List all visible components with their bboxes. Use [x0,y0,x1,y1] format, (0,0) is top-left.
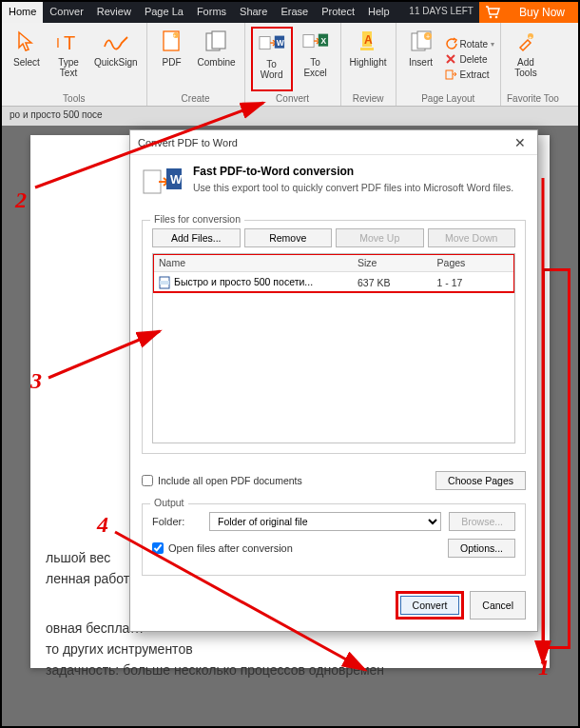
ribbon-group-pagelayout: + Insert Rotate▾ Delete Extract Page Lay… [396,23,501,106]
highlight-icon: A [355,29,381,55]
menu-tab-share[interactable]: Share [233,2,274,23]
ribbon-group-create: + PDF Combine Create [147,23,245,106]
ribbon: Select IT Type Text QuickSign Tools + PD… [2,23,578,107]
annotation-arrow-3 [44,325,167,383]
col-size[interactable]: Size [352,254,432,272]
files-fieldset: Files for conversion Add Files... Remove… [142,220,526,454]
buy-now-button[interactable]: Buy Now [506,2,578,23]
annotation-arrow-4 [110,527,377,679]
move-down-button[interactable]: Move Down [428,228,516,247]
annotation-number-1: 1 [538,655,550,680]
options-button[interactable]: Options... [448,539,515,558]
menu-tab-review[interactable]: Review [90,2,138,23]
annotation-number-3: 3 [30,368,42,394]
select-button[interactable]: Select [8,27,46,91]
file-row[interactable]: Быстро и просто 500 посети... 637 KB 1 -… [153,272,514,294]
output-legend: Output [150,497,188,508]
delete-button[interactable]: Delete [444,52,494,66]
svg-text:+: + [529,34,532,40]
to-excel-button[interactable]: X To Excel [297,27,335,91]
cart-icon[interactable] [479,2,506,23]
menu-tab-erase[interactable]: Erase [274,2,315,23]
browse-button[interactable]: Browse... [449,512,515,531]
svg-text:+: + [173,32,176,38]
to-excel-icon: X [302,29,329,55]
move-up-button[interactable]: Move Up [336,228,424,247]
signature-icon [103,29,129,55]
add-tools-icon: + [512,29,539,55]
svg-rect-12 [303,35,314,48]
group-label-favorite: Favorite Too [507,91,559,104]
svg-text:T: T [64,32,75,53]
combine-icon [203,29,230,55]
folder-label: Folder: [152,516,202,527]
pdf-icon [159,276,170,289]
menu-tab-protect[interactable]: Protect [315,2,361,23]
group-label-pagelayout: Page Layout [402,91,494,104]
annotation-arrow-1 [529,173,557,678]
pdf-file-icon: + [159,29,185,55]
highlight-button[interactable]: A Highlight [347,27,390,91]
col-name[interactable]: Name [153,254,352,272]
menu-tab-pagelayout[interactable]: Page La [138,2,190,23]
files-legend: Files for conversion [150,213,244,225]
delete-icon [444,52,457,66]
add-tools-button[interactable]: + Add Tools [507,27,545,91]
trial-days-left: 11 DAYS LEFT [403,2,479,23]
to-excel-label: To Excel [303,57,326,78]
to-word-label: To Word [261,59,283,80]
annotation-number-2: 2 [15,187,27,213]
menu-bar: Home Conver Review Page La Forms Share E… [2,2,578,23]
rotate-button[interactable]: Rotate▾ [444,37,494,50]
group-label-review: Review [347,91,390,104]
type-text-button[interactable]: IT Type Text [49,27,87,91]
extract-icon [444,68,457,81]
type-text-label: Type Text [58,57,79,78]
svg-rect-22 [446,70,453,79]
combine-button[interactable]: Combine [195,27,239,91]
svg-text:X: X [320,36,326,46]
insert-page-icon: + [408,29,435,55]
menu-tab-home[interactable]: Home [2,2,43,23]
menu-tab-convert[interactable]: Conver [43,2,89,23]
svg-point-0 [490,16,493,19]
close-icon[interactable]: ✕ [511,135,530,150]
svg-text:I: I [56,35,60,50]
col-pages[interactable]: Pages [432,254,514,272]
svg-rect-8 [212,31,225,49]
svg-point-1 [495,16,498,19]
remove-button[interactable]: Remove [244,228,333,247]
quicksign-button[interactable]: QuickSign [91,27,141,91]
choose-pages-button[interactable]: Choose Pages [435,471,526,490]
to-word-button[interactable]: W To Word [251,27,293,91]
cancel-button[interactable]: Cancel [470,591,526,620]
file-size: 637 KB [352,272,432,294]
ribbon-group-review: A Highlight Review [341,23,396,106]
ribbon-group-favorite: + Add Tools Favorite Too [501,23,565,106]
pdf-button[interactable]: + PDF [153,27,191,91]
menu-tab-forms[interactable]: Forms [190,2,233,23]
svg-text:W: W [276,38,283,48]
add-tools-label: Add Tools [514,57,536,78]
type-text-icon: IT [55,29,82,55]
annotation-arrow-2 [30,97,278,192]
cursor-icon [13,29,40,55]
include-open-checkbox[interactable]: Include all open PDF documents [142,475,302,486]
file-name: Быстро и просто 500 посети... [174,276,313,287]
file-list[interactable]: Name Size Pages Быстро и просто 500 посе… [152,253,515,443]
to-word-icon: W [259,30,285,57]
ribbon-group-convert: W To Word X To Excel Convert [245,23,341,106]
annotation-box-4: Convert [396,591,465,620]
svg-text:+: + [426,33,430,40]
rotate-icon [444,37,457,50]
svg-rect-17 [360,48,374,50]
menu-tab-help[interactable]: Help [361,2,396,23]
convert-button[interactable]: Convert [400,596,460,615]
svg-rect-9 [260,37,270,49]
svg-text:A: A [364,33,373,47]
insert-button[interactable]: + Insert [402,27,440,91]
svg-rect-29 [160,281,169,285]
add-files-button[interactable]: Add Files... [152,228,241,247]
extract-button[interactable]: Extract [444,68,494,81]
file-pages: 1 - 17 [432,272,514,294]
